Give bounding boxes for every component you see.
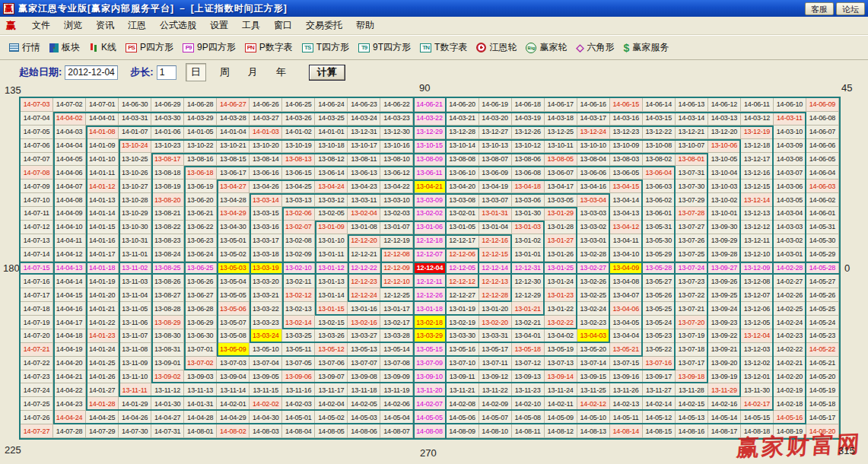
grid-cell[interactable]: 13-06-27 bbox=[184, 288, 217, 302]
grid-cell[interactable]: 14-02-27 bbox=[774, 275, 806, 288]
grid-cell[interactable]: 13-01-17 bbox=[380, 302, 413, 316]
grid-cell[interactable]: 14-04-30 bbox=[250, 411, 282, 424]
grid-cell[interactable]: 14-05-24 bbox=[806, 316, 839, 329]
grid-cell[interactable]: 14-07-16 bbox=[21, 275, 53, 288]
grid-cell[interactable]: 14-02-12 bbox=[577, 397, 610, 411]
grid-cell[interactable]: 13-10-19 bbox=[282, 139, 315, 153]
grid-cell[interactable]: 13-03-21 bbox=[250, 288, 282, 302]
grid-cell[interactable]: 12-12-10 bbox=[380, 275, 413, 288]
grid-cell[interactable]: 13-02-15 bbox=[315, 316, 348, 329]
grid-cell[interactable]: 13-09-05 bbox=[250, 370, 282, 384]
grid-cell[interactable]: 14-06-16 bbox=[577, 98, 610, 112]
grid-cell[interactable]: 13-01-29 bbox=[545, 207, 577, 221]
grid-cell[interactable]: 13-07-04 bbox=[250, 357, 282, 370]
grid-cell[interactable]: 13-12-29 bbox=[413, 126, 446, 139]
grid-cell[interactable]: 13-09-10 bbox=[413, 370, 446, 384]
grid-cell[interactable]: 12-12-08 bbox=[380, 248, 413, 262]
grid-cell[interactable]: 13-07-07 bbox=[348, 357, 380, 370]
grid-cell[interactable]: 13-02-06 bbox=[282, 207, 315, 221]
grid-cell[interactable]: 14-02-20 bbox=[774, 370, 806, 384]
grid-cell[interactable]: 14-06-02 bbox=[806, 193, 839, 207]
grid-cell[interactable]: 13-12-28 bbox=[447, 126, 479, 139]
grid-cell[interactable]: 14-08-01 bbox=[184, 424, 217, 438]
grid-cell[interactable]: 13-03-30 bbox=[447, 329, 479, 343]
grid-cell[interactable]: 13-05-16 bbox=[447, 343, 479, 357]
toolbar-button-P四方形[interactable]: PSP四方形 bbox=[121, 39, 178, 56]
grid-cell[interactable]: 13-01-22 bbox=[545, 302, 577, 316]
grid-cell[interactable]: 13-02-08 bbox=[282, 234, 315, 248]
grid-cell[interactable]: 13-11-12 bbox=[151, 383, 184, 397]
grid-cell[interactable]: 12-12-24 bbox=[348, 288, 380, 302]
grid-cell[interactable]: 13-08-12 bbox=[315, 153, 348, 167]
grid-cell[interactable]: 13-04-13 bbox=[610, 207, 643, 221]
grid-cell[interactable]: 13-12-07 bbox=[741, 288, 774, 302]
grid-cell[interactable]: 14-05-04 bbox=[380, 411, 413, 424]
grid-cell[interactable]: 14-06-15 bbox=[610, 98, 643, 112]
grid-cell[interactable]: 14-05-25 bbox=[806, 302, 839, 316]
grid-cell[interactable]: 14-06-11 bbox=[741, 98, 774, 112]
grid-cell[interactable]: 14-07-20 bbox=[21, 329, 53, 343]
grid-cell[interactable]: 13-09-27 bbox=[708, 262, 741, 275]
grid-cell[interactable]: 14-02-10 bbox=[512, 397, 545, 411]
grid-cell[interactable]: 13-04-02 bbox=[545, 329, 577, 343]
grid-cell[interactable]: 14-07-21 bbox=[21, 343, 53, 357]
grid-cell[interactable]: 12-12-25 bbox=[380, 288, 413, 302]
grid-cell[interactable]: 13-02-04 bbox=[348, 207, 380, 221]
grid-cell[interactable]: 13-02-26 bbox=[577, 275, 610, 288]
grid-cell[interactable]: 13-07-26 bbox=[676, 234, 708, 248]
grid-cell[interactable]: 14-04-23 bbox=[53, 397, 86, 411]
grid-cell[interactable]: 13-08-15 bbox=[217, 153, 250, 167]
grid-cell[interactable]: 13-06-08 bbox=[512, 166, 545, 180]
grid-cell[interactable]: 14-07-26 bbox=[21, 411, 53, 424]
grid-cell[interactable]: 13-11-27 bbox=[643, 383, 676, 397]
grid-cell[interactable]: 13-08-29 bbox=[151, 316, 184, 329]
grid-cell[interactable]: 13-11-25 bbox=[577, 383, 610, 397]
grid-cell[interactable]: 12-12-22 bbox=[348, 262, 380, 275]
grid-cell[interactable]: 13-10-12 bbox=[512, 139, 545, 153]
grid-cell[interactable]: 13-10-22 bbox=[184, 139, 217, 153]
grid-cell[interactable]: 13-08-24 bbox=[151, 248, 184, 262]
grid-cell[interactable]: 13-09-04 bbox=[217, 370, 250, 384]
grid-cell[interactable]: 14-01-09 bbox=[86, 139, 119, 153]
grid-cell[interactable]: 14-01-10 bbox=[86, 153, 119, 167]
grid-cell[interactable]: 14-03-24 bbox=[348, 112, 380, 126]
grid-cell[interactable]: 13-10-30 bbox=[119, 221, 151, 234]
grid-cell[interactable]: 13-03-04 bbox=[577, 193, 610, 207]
grid-cell[interactable]: 13-09-03 bbox=[184, 370, 217, 384]
grid-cell[interactable]: 14-03-27 bbox=[250, 112, 282, 126]
grid-cell[interactable]: 13-02-12 bbox=[282, 288, 315, 302]
toolbar-button-赢家轮[interactable]: Big赢家轮 bbox=[521, 39, 571, 56]
grid-cell[interactable]: 13-05-17 bbox=[479, 343, 512, 357]
grid-cell[interactable]: 13-09-28 bbox=[708, 248, 741, 262]
grid-cell[interactable]: 13-11-07 bbox=[119, 329, 151, 343]
grid-cell[interactable]: 14-07-18 bbox=[21, 302, 53, 316]
grid-cell[interactable]: 13-07-08 bbox=[380, 357, 413, 370]
grid-cell[interactable]: 13-04-12 bbox=[610, 221, 643, 234]
grid-cell[interactable]: 13-12-10 bbox=[741, 248, 774, 262]
menu-item-3[interactable]: 资讯 bbox=[89, 17, 121, 34]
grid-cell[interactable]: 13-12-18 bbox=[741, 139, 774, 153]
grid-cell[interactable]: 13-01-01 bbox=[512, 248, 545, 262]
grid-cell[interactable]: 14-02-28 bbox=[774, 262, 806, 275]
grid-cell[interactable]: 13-12-19 bbox=[741, 126, 774, 139]
grid-cell[interactable]: 13-05-09 bbox=[217, 343, 250, 357]
grid-cell[interactable]: 12-12-11 bbox=[413, 275, 446, 288]
grid-cell[interactable]: 13-03-22 bbox=[250, 302, 282, 316]
grid-cell[interactable]: 13-04-25 bbox=[282, 180, 315, 193]
grid-cell[interactable]: 13-12-08 bbox=[741, 275, 774, 288]
grid-cell[interactable]: 13-07-06 bbox=[315, 357, 348, 370]
grid-cell[interactable]: 14-06-01 bbox=[806, 207, 839, 221]
grid-cell[interactable]: 13-04-19 bbox=[479, 180, 512, 193]
grid-cell[interactable]: 14-03-02 bbox=[774, 234, 806, 248]
grid-cell[interactable]: 14-04-18 bbox=[53, 329, 86, 343]
grid-cell[interactable]: 13-09-24 bbox=[708, 302, 741, 316]
grid-cell[interactable]: 13-07-29 bbox=[676, 193, 708, 207]
grid-cell[interactable]: 13-04-06 bbox=[610, 302, 643, 316]
grid-cell[interactable]: 14-04-03 bbox=[53, 126, 86, 139]
grid-cell[interactable]: 14-07-17 bbox=[21, 288, 53, 302]
grid-cell[interactable]: 13-02-19 bbox=[447, 316, 479, 329]
grid-cell[interactable]: 13-04-22 bbox=[380, 180, 413, 193]
grid-cell[interactable]: 13-03-31 bbox=[479, 329, 512, 343]
grid-cell[interactable]: 13-08-22 bbox=[151, 221, 184, 234]
grid-cell[interactable]: 14-05-05 bbox=[413, 411, 446, 424]
